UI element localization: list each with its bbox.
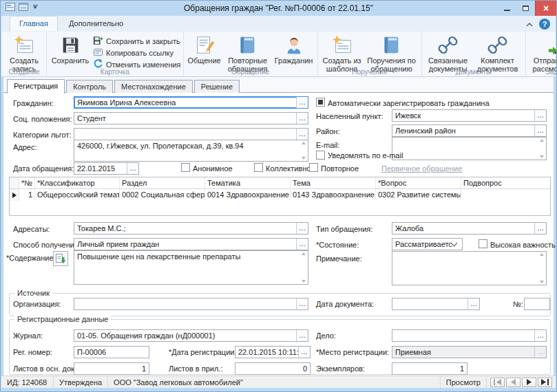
maximize-button[interactable] bbox=[516, 1, 535, 16]
document-date-field[interactable] bbox=[392, 298, 480, 310]
last-record-button[interactable] bbox=[538, 378, 552, 387]
state-label: *Состояние: bbox=[316, 241, 359, 249]
collapse-ribbon-icon[interactable] bbox=[526, 20, 533, 28]
appeal-type-field[interactable]: Жалоба bbox=[392, 222, 547, 235]
settlement-lookup-button[interactable] bbox=[534, 110, 546, 121]
card-small-buttons: Сохранить и закрыть Копировать ссылку От… bbox=[92, 33, 181, 69]
tab-control[interactable]: Контроль bbox=[66, 80, 113, 93]
tab-location[interactable]: Местонахождение bbox=[114, 80, 193, 93]
copies-field[interactable]: 1 bbox=[392, 362, 467, 375]
content-scrollbar[interactable] bbox=[299, 252, 307, 283]
address-field[interactable]: 426000, г.Ижевск, ул. Пролетарская, д.39… bbox=[74, 140, 308, 162]
ribbon-tab-additional[interactable]: Дополнительно bbox=[60, 17, 132, 31]
copy-link-button[interactable]: Копировать ссылку bbox=[93, 47, 181, 58]
col-section[interactable]: Раздел bbox=[120, 177, 205, 188]
communication-button[interactable]: Общение bbox=[186, 33, 223, 65]
anonymous-checkbox[interactable] bbox=[181, 163, 190, 172]
email-label: E-mail: bbox=[316, 141, 339, 149]
citizen-field[interactable]: Якимова Ирина Алексеевна bbox=[74, 96, 308, 109]
benefit-categories-lookup-button[interactable] bbox=[296, 129, 308, 140]
note-field[interactable] bbox=[392, 251, 547, 285]
ribbon-tab-main[interactable]: Главная bbox=[10, 16, 58, 31]
appeal-date-field[interactable]: 22.01.2015 bbox=[74, 162, 139, 175]
address-scrollbar[interactable] bbox=[299, 142, 307, 160]
ribbon: Создать запись Создание Сохранить Сохран… bbox=[1, 32, 556, 77]
col-number[interactable]: *№ bbox=[19, 177, 35, 188]
col-subquestion[interactable]: Подвопрос bbox=[461, 177, 550, 188]
case-lookup-button[interactable] bbox=[534, 330, 546, 341]
document-date-picker-button[interactable] bbox=[467, 298, 479, 309]
classifier-table[interactable]: *№ *Классификатор Раздел Тематика Тема *… bbox=[9, 177, 551, 216]
table-row[interactable]: 1 Общероссийский тематич... 0002 Социаль… bbox=[10, 189, 550, 201]
reg-date-field[interactable]: 22.01.2015 10:11:50 bbox=[235, 346, 311, 358]
col-question[interactable]: *Вопрос bbox=[376, 177, 461, 188]
save-and-close-button[interactable]: Сохранить и закрыть bbox=[93, 36, 181, 46]
social-status-field[interactable]: Студент bbox=[74, 112, 308, 124]
content-template-button[interactable] bbox=[53, 251, 68, 266]
auto-register-checkbox[interactable] bbox=[316, 98, 325, 107]
case-field[interactable] bbox=[392, 329, 547, 342]
appeal-date-picker-button[interactable] bbox=[127, 163, 138, 174]
email-scrollbar[interactable] bbox=[538, 139, 545, 158]
email-field[interactable] bbox=[392, 137, 547, 160]
benefit-categories-field[interactable] bbox=[74, 128, 308, 140]
social-status-lookup-button[interactable] bbox=[296, 113, 308, 124]
social-status-label: Соц. положения: bbox=[13, 115, 72, 123]
journal-field[interactable]: 01-05. Обращения граждан (нД000001) bbox=[74, 329, 308, 342]
content-field[interactable]: Повышение цен на лекарственные препараты bbox=[74, 250, 308, 285]
card-icon[interactable] bbox=[6, 3, 15, 11]
collective-checkbox[interactable] bbox=[254, 163, 263, 172]
receipt-method-lookup-button[interactable] bbox=[296, 239, 308, 250]
col-topic[interactable]: Тема bbox=[291, 177, 376, 188]
document-number-field[interactable] bbox=[524, 298, 550, 310]
tab-registration[interactable]: Регистрация bbox=[7, 79, 65, 94]
sheets-main-field[interactable]: 1 bbox=[74, 362, 149, 375]
help-icon[interactable] bbox=[539, 19, 550, 30]
notify-email-checkbox[interactable] bbox=[316, 151, 325, 160]
save-button[interactable]: Сохранить bbox=[49, 33, 92, 65]
note-scrollbar[interactable] bbox=[538, 253, 545, 283]
auto-register-label: Автоматически зарегистрировать гражданин… bbox=[328, 99, 490, 107]
organization-lookup-button[interactable] bbox=[296, 298, 308, 309]
quick-access-dropdown-icon[interactable] bbox=[33, 5, 38, 9]
sheets-attachments-field[interactable]: 0 bbox=[235, 362, 311, 375]
citizen-lookup-button[interactable] bbox=[296, 97, 308, 108]
settlement-field[interactable]: Ижевск bbox=[392, 109, 547, 122]
next-record-button[interactable] bbox=[522, 378, 536, 387]
close-button[interactable] bbox=[535, 1, 556, 16]
citizen-button[interactable]: Гражданин bbox=[273, 33, 315, 65]
high-importance-checkbox[interactable] bbox=[479, 239, 487, 248]
cell-subject-area: 0014 Здравоохранение. Физ... bbox=[205, 189, 291, 201]
journal-icon[interactable] bbox=[19, 3, 28, 11]
district-lookup-button[interactable] bbox=[534, 125, 546, 136]
view-mode: Просмотр bbox=[440, 376, 487, 388]
tab-decision[interactable]: Решение bbox=[194, 80, 240, 93]
address-label: Адрес: bbox=[13, 143, 37, 151]
first-record-button[interactable] bbox=[490, 378, 505, 387]
ribbon-group-assignments: Создать из шаблона Поручения по обращени… bbox=[318, 32, 422, 76]
journal-lookup-button[interactable] bbox=[296, 330, 308, 341]
organization-field[interactable] bbox=[74, 298, 308, 310]
state-dropdown[interactable]: Рассматривается bbox=[392, 238, 463, 250]
save-icon bbox=[61, 34, 81, 56]
reg-number-field[interactable]: П-00006 bbox=[74, 346, 149, 358]
appeal-type-lookup-button[interactable] bbox=[534, 223, 546, 234]
addressees-lookup-button[interactable] bbox=[296, 223, 308, 234]
addressees-field[interactable]: Токарев М.С.; bbox=[74, 222, 308, 235]
col-subject-area[interactable]: Тематика bbox=[205, 177, 291, 188]
status-badge: Утверждена bbox=[54, 376, 108, 388]
communication-label: Общение bbox=[187, 56, 220, 65]
appeal-type-value: Жалоба bbox=[392, 224, 534, 232]
reg-date-picker-button[interactable] bbox=[298, 347, 310, 358]
cell-subquestion bbox=[461, 189, 550, 201]
status-bar: ИД: 124068 Утверждена ООО "Завод легковы… bbox=[1, 375, 556, 388]
minimize-button[interactable] bbox=[498, 1, 516, 16]
district-field[interactable]: Ленинский район bbox=[392, 124, 547, 137]
col-classifier[interactable]: *Классификатор bbox=[35, 177, 120, 188]
receipt-method-field[interactable]: Личный прием граждан bbox=[74, 238, 308, 250]
chevron-down-icon bbox=[451, 240, 458, 247]
repeated-checkbox[interactable] bbox=[309, 163, 318, 172]
addressees-label: Адресаты: bbox=[13, 225, 50, 233]
previous-record-button[interactable] bbox=[506, 378, 521, 387]
primary-appeal-link[interactable]: Первичное обращение bbox=[381, 164, 462, 173]
